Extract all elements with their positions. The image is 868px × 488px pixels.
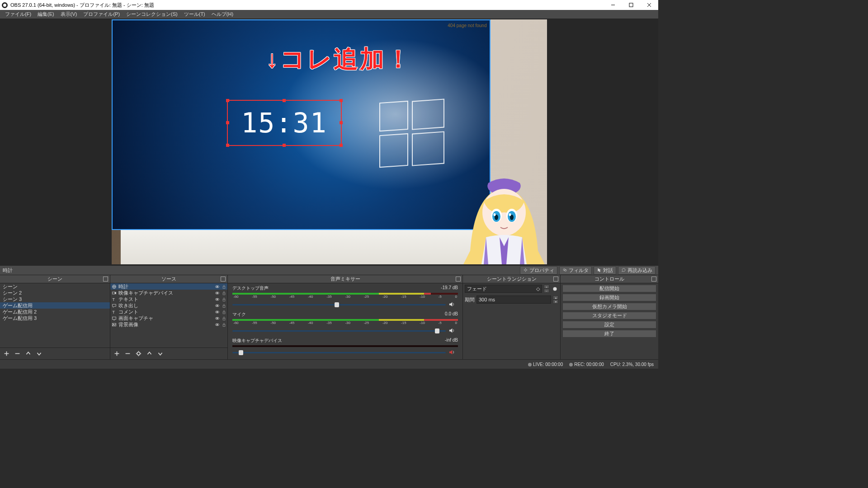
channel-name: 映像キャプチャデバイス	[232, 338, 282, 344]
source-properties-button[interactable]	[135, 350, 142, 357]
cpu-status: CPU: 2.3%, 30.00 fps	[610, 362, 654, 367]
transition-select[interactable]: フェード◇	[465, 285, 542, 293]
mute-button[interactable]	[448, 349, 455, 357]
desktop-capture-source[interactable]: 404 page not found ↓コレ追加！ 15:31	[112, 19, 491, 230]
source-toolbar: 時計 プロパティフィルタ対話再読み込み	[0, 265, 658, 275]
close-button[interactable]	[640, 0, 658, 10]
svg-rect-24	[223, 286, 225, 288]
menu-item[interactable]: 表示(V)	[57, 10, 80, 19]
move-scene-down-button[interactable]	[35, 350, 42, 357]
popout-icon[interactable]	[221, 277, 226, 282]
source-item[interactable]: 吹き出し	[110, 302, 227, 309]
minimize-button[interactable]	[604, 0, 622, 10]
text-icon: T	[111, 296, 117, 302]
volume-slider[interactable]	[232, 304, 446, 305]
text-icon: T	[111, 309, 117, 314]
volume-slider[interactable]	[232, 352, 446, 353]
remove-source-button[interactable]	[124, 350, 131, 357]
対話-button[interactable]: 対話	[594, 266, 616, 275]
mixer-body: デスクトップ音声-19.7 dB-60-55-50-45-40-35-30-25…	[228, 283, 462, 359]
menu-item[interactable]: ツール(T)	[181, 10, 208, 19]
menu-item[interactable]: プロファイル(P)	[80, 10, 123, 19]
lock-toggle[interactable]	[221, 315, 226, 321]
visibility-toggle[interactable]	[214, 290, 220, 296]
add-scene-button[interactable]	[3, 350, 10, 357]
control-button[interactable]: 終了	[562, 330, 656, 338]
control-button[interactable]: 仮想カメラ開始	[562, 303, 656, 310]
scene-item[interactable]: ゲーム配信用 2	[0, 309, 110, 315]
app-icon	[2, 2, 8, 8]
source-item[interactable]: 背景画像	[110, 321, 227, 328]
source-item[interactable]: 画面キャプチャ	[110, 315, 227, 321]
mixer-channel: デスクトップ音声-19.7 dB-60-55-50-45-40-35-30-25…	[228, 283, 462, 310]
control-button[interactable]: スタジオモード	[562, 312, 656, 319]
mute-button[interactable]	[448, 327, 455, 335]
visibility-toggle[interactable]	[214, 322, 220, 327]
プロパティ-button[interactable]: プロパティ	[520, 266, 557, 275]
remove-transition-button[interactable]: −	[544, 289, 549, 293]
popout-icon[interactable]	[456, 277, 461, 282]
visibility-toggle[interactable]	[214, 284, 220, 289]
scene-item[interactable]: シーン 2	[0, 290, 110, 296]
sources-list[interactable]: 時計映像キャプチャデバイスTテキスト吹き出しTコメント画面キャプチャ背景画像	[110, 283, 227, 347]
image-icon	[111, 322, 117, 327]
add-transition-button[interactable]: +	[544, 285, 549, 289]
menu-item[interactable]: ファイル(F)	[2, 10, 34, 19]
mute-button[interactable]	[448, 301, 455, 309]
lock-toggle[interactable]	[221, 290, 226, 296]
error-text: 404 page not found	[448, 23, 486, 28]
scene-item[interactable]: シーン	[0, 283, 110, 290]
visibility-toggle[interactable]	[214, 309, 220, 314]
svg-text:T: T	[112, 310, 115, 314]
svg-point-27	[217, 292, 217, 293]
scenes-title: シーン	[0, 275, 110, 283]
lock-toggle[interactable]	[221, 296, 226, 302]
lock-toggle[interactable]	[221, 309, 226, 314]
move-source-up-button[interactable]	[146, 350, 153, 357]
move-source-down-button[interactable]	[156, 350, 164, 357]
menu-item[interactable]: 編集(E)	[34, 10, 57, 19]
svg-point-48	[217, 324, 217, 325]
source-item[interactable]: 映像キャプチャデバイス	[110, 290, 227, 296]
visibility-toggle[interactable]	[214, 315, 220, 321]
source-item[interactable]: 時計	[110, 283, 227, 290]
control-button[interactable]: 配信開始	[562, 285, 656, 292]
remove-scene-button[interactable]	[14, 350, 21, 357]
svg-rect-44	[223, 318, 225, 320]
transition-settings-button[interactable]	[551, 285, 558, 292]
menu-item[interactable]: シーンコレクション(S)	[123, 10, 181, 19]
avatar-source[interactable]	[461, 169, 547, 264]
scene-item[interactable]: シーン 3	[0, 296, 110, 302]
visibility-toggle[interactable]	[214, 296, 220, 302]
add-source-button[interactable]	[113, 350, 120, 357]
再読み込み-button[interactable]: 再読み込み	[618, 266, 656, 275]
lock-toggle[interactable]	[221, 303, 226, 308]
maximize-button[interactable]	[622, 0, 640, 10]
control-button[interactable]: 設定	[562, 321, 656, 328]
preview-area[interactable]: 404 page not found ↓コレ追加！ 15:31	[0, 19, 658, 265]
gear-icon	[523, 267, 528, 273]
program-preview[interactable]: 404 page not found ↓コレ追加！ 15:31	[112, 19, 547, 264]
visibility-toggle[interactable]	[214, 303, 220, 308]
mixer-channel: マイク0.0 dB-60-55-50-45-40-35-30-25-20-15-…	[228, 310, 462, 336]
duration-input[interactable]: 300 ms	[476, 296, 551, 304]
duration-up-button[interactable]: ▴	[553, 296, 558, 300]
scenes-list[interactable]: シーンシーン 2シーン 3ゲーム配信用ゲーム配信用 2ゲーム配信用 3	[0, 283, 110, 347]
popout-icon[interactable]	[651, 277, 656, 282]
フィルタ-button[interactable]: フィルタ	[559, 266, 592, 275]
popout-icon[interactable]	[103, 277, 108, 282]
camera-icon	[111, 290, 117, 296]
lock-toggle[interactable]	[221, 322, 226, 327]
move-scene-up-button[interactable]	[24, 350, 32, 357]
popout-icon[interactable]	[553, 277, 558, 282]
clock-source[interactable]: 15:31	[227, 100, 342, 146]
lock-toggle[interactable]	[221, 284, 226, 289]
volume-slider[interactable]	[232, 330, 446, 332]
duration-down-button[interactable]: ▾	[553, 300, 558, 304]
scene-item[interactable]: ゲーム配信用 3	[0, 315, 110, 321]
source-item[interactable]: Tテキスト	[110, 296, 227, 302]
control-button[interactable]: 録画開始	[562, 294, 656, 301]
source-item[interactable]: Tコメント	[110, 309, 227, 315]
scene-item[interactable]: ゲーム配信用	[0, 302, 110, 309]
menu-item[interactable]: ヘルプ(H)	[208, 10, 236, 19]
